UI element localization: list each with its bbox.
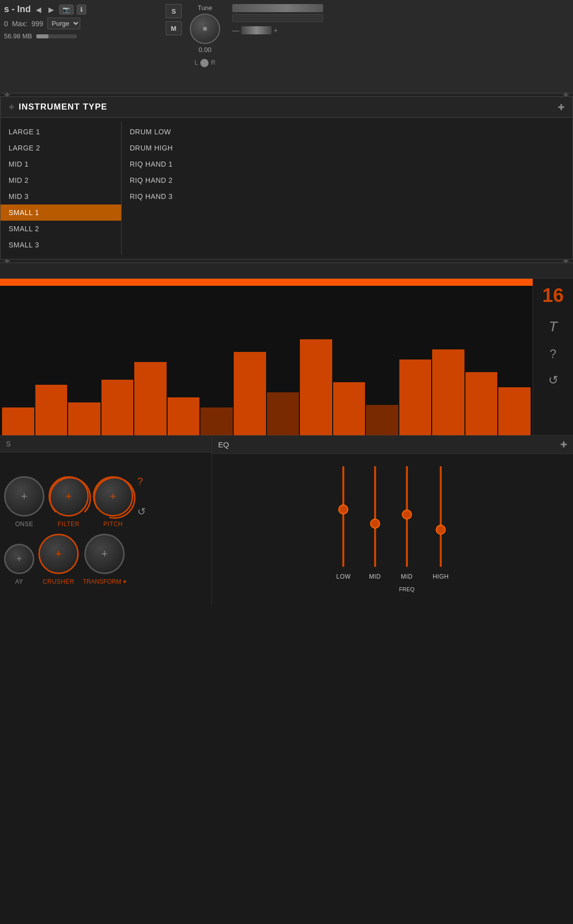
cpu-bar [36,34,77,38]
seq-bar-6[interactable] [168,283,200,435]
seq-bar-8[interactable] [234,283,266,435]
seq-bar-16[interactable] [498,283,531,435]
instrument-item-small2[interactable]: SMALL 2 [1,221,121,237]
seq-bar-9[interactable] [267,283,299,435]
eq-label-freq: FREQ [399,586,414,592]
instrument-col-2: DRUM LOW DRUM HIGH RIQ HAND 1 RIQ HAND 2… [122,122,243,255]
seq-help-button[interactable]: ? [550,347,556,361]
nav-prev-button[interactable]: ◀ [34,5,43,15]
seq-bar-11[interactable] [333,283,366,435]
instrument-name: s - Ind [4,4,31,15]
instrument-item-small1[interactable]: SMALL 1 [1,204,121,221]
seq-t-label: T [549,319,557,335]
info-button[interactable]: ℹ [77,5,86,15]
transform-knob[interactable]: + [84,534,125,574]
sequencer-top-bar [0,279,533,286]
seq-bar-4[interactable] [101,283,134,435]
volume-slider-1[interactable] [232,4,323,12]
seq-bar-5[interactable] [134,283,167,435]
purge-select[interactable]: Purge [47,18,80,29]
pitch-label: PITCH [103,521,123,528]
eq-handle-midfreq[interactable] [402,509,412,520]
seq-bar-3[interactable] [68,283,100,435]
it-cross-left: ✚ [9,103,15,111]
knob-group-pitch: + PITCH [93,476,133,528]
instrument-item-riqhand3[interactable]: RIQ HAND 3 [122,188,243,204]
eq-slider-midfreq: MID FREQ [399,466,414,592]
instrument-item-riqhand1[interactable]: RIQ HAND 1 [122,156,243,172]
fx-help-button[interactable]: ? [137,476,146,487]
ay-knob[interactable]: + [4,544,34,574]
seq-bar-1[interactable] [2,283,34,435]
sequencer-bars[interactable] [0,279,533,435]
pitch-knob[interactable]: + [93,476,133,517]
instrument-type-plus[interactable]: ✚ [558,102,564,112]
eq-title: EQ [218,440,229,449]
svg-point-1 [93,476,136,520]
instrument-item-mid1[interactable]: MID 1 [1,156,121,172]
crusher-knob-plus: + [56,547,62,560]
onse-knob[interactable]: + [4,476,44,517]
instrument-type-section: ✚ INSTRUMENT TYPE ✚ LARGE 1 LARGE 2 MID … [0,96,573,260]
filter-label: FILTER [58,521,79,528]
instrument-item-mid3[interactable]: MID 3 [1,188,121,204]
tune-knob[interactable] [190,14,220,44]
eq-slider-high: HIGH [433,466,449,580]
instrument-item-drumhigh[interactable]: DRUM HIGH [122,140,243,156]
fx-undo-button[interactable]: ↺ [137,505,146,518]
cpu-bar-fill [36,34,48,38]
transform-arrow-icon: ▾ [123,578,126,585]
crusher-label: CRUSHER [43,578,75,585]
knob-group-transform: + TRANSFORM ▾ [83,534,126,585]
sequencer-section: 16 T ? ↺ [0,263,573,435]
eq-plus[interactable]: ✚ [560,440,567,449]
instrument-type-header: ✚ INSTRUMENT TYPE ✚ [1,97,572,118]
seq-bar-13[interactable] [399,283,432,435]
instrument-list-container: LARGE 1 LARGE 2 MID 1 MID 2 MID 3 SMALL … [1,118,572,259]
nav-next-button[interactable]: ▶ [46,5,56,15]
instrument-item-large1[interactable]: LARGE 1 [1,124,121,140]
seq-bar-12[interactable] [366,283,398,435]
seq-bar-14[interactable] [432,283,464,435]
transform-dropdown[interactable]: TRANSFORM ▾ [83,578,126,585]
eq-handle-low[interactable] [338,504,348,515]
pan-stereo-icon[interactable]: ⬤ [200,58,209,67]
knob-group-ay: + AY [4,544,34,585]
seq-bar-7[interactable] [200,283,233,435]
instrument-item-drumlow[interactable]: DRUM LOW [122,124,243,140]
instrument-item-riqhand2[interactable]: RIQ HAND 2 [122,172,243,188]
tune-label: Tune [197,4,212,12]
output-plus-button[interactable]: + [274,26,278,34]
seq-bar-2[interactable] [35,283,68,435]
solo-mute-column: S M [166,4,182,35]
solo-button[interactable]: S [166,4,182,18]
crusher-knob[interactable]: + [38,534,79,574]
eq-track-high[interactable] [440,466,442,567]
eq-track-low[interactable] [342,466,344,567]
top-right-panel: S M Tune 0.00 L ⬤ R — + [162,0,573,93]
volume-slider-2[interactable] [232,14,323,22]
instrument-name-row: s - Ind ◀ ▶ 📷 ℹ [4,4,158,15]
help-undo-col: ? ↺ [137,460,146,518]
knob-group-crusher: + CRUSHER [38,534,79,585]
instrument-item-large2[interactable]: LARGE 2 [1,140,121,156]
filter-knob[interactable]: + [48,476,89,517]
eq-handle-mid[interactable] [370,519,380,529]
seq-undo-button[interactable]: ↺ [548,373,558,387]
output-row: — + [232,26,323,34]
mute-button[interactable]: M [166,21,182,35]
fx-section: S + ONSE + FILTER [0,436,212,604]
seq-bar-10[interactable] [300,283,332,435]
eq-track-mid[interactable] [374,466,376,567]
top-left-panel: s - Ind ◀ ▶ 📷 ℹ 0 Max: 999 Purge 56.98 M… [0,0,162,93]
max-label: Max: [12,20,27,28]
eq-handle-high[interactable] [436,525,446,535]
camera-button[interactable]: 📷 [59,5,74,15]
eq-track-midfreq[interactable] [406,466,408,567]
output-minus-button[interactable]: — [232,26,239,34]
instrument-item-small3[interactable]: SMALL 3 [1,237,121,253]
sequencer-content: 16 T ? ↺ [0,279,573,435]
instrument-item-mid2[interactable]: MID 2 [1,172,121,188]
bottom-section: S + ONSE + FILTER [0,435,573,604]
seq-bar-15[interactable] [465,283,498,435]
